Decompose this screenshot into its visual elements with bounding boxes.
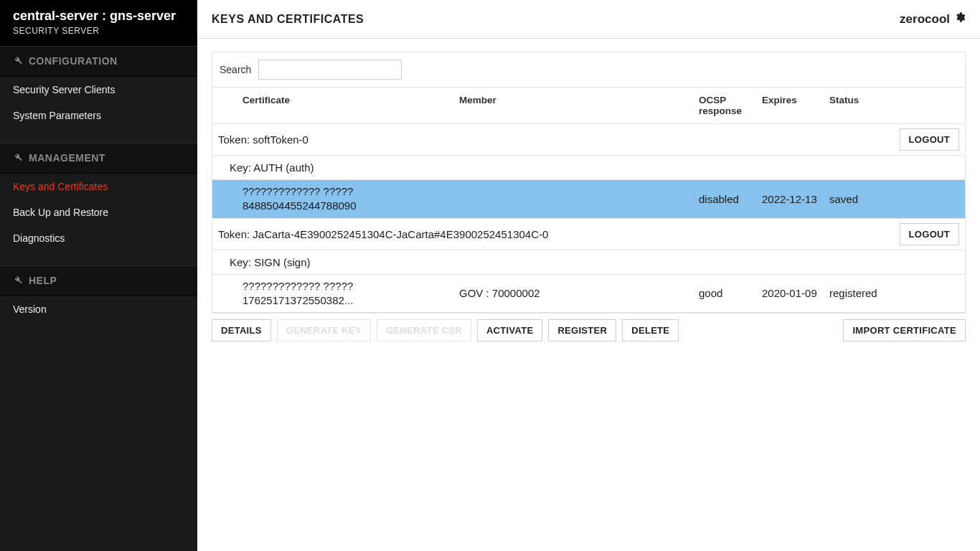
key-row[interactable]: Key: SIGN (sign) — [212, 250, 965, 275]
token-label: Token: softToken-0 — [218, 133, 900, 146]
sidebar-item-back-up-and-restore[interactable]: Back Up and Restore — [0, 199, 197, 225]
action-bar: DETAILS GENERATE KEY GENERATE CSR ACTIVA… — [212, 319, 966, 342]
username: zerocool — [900, 12, 950, 27]
user-menu[interactable]: zerocool — [900, 11, 966, 27]
search-input[interactable] — [258, 60, 402, 80]
search-bar: Search — [212, 52, 966, 88]
table-header: Certificate Member OCSP response Expires… — [212, 88, 965, 124]
register-button[interactable]: REGISTER — [548, 319, 616, 342]
cert-expires: 2022-12-13 — [762, 193, 829, 205]
gear-icon — [954, 11, 966, 27]
col-header-ocsp[interactable]: OCSP response — [699, 95, 762, 116]
keys-certificates-table: Certificate Member OCSP response Expires… — [212, 88, 966, 314]
search-label: Search — [220, 64, 251, 75]
logout-button[interactable]: LOGOUT — [900, 223, 959, 245]
cert-expires: 2020-01-09 — [762, 287, 829, 299]
cert-ocsp: good — [699, 287, 762, 299]
sidebar-section-help[interactable]: HELP — [0, 265, 197, 296]
topbar: KEYS AND CERTIFICATES zerocool — [197, 0, 980, 39]
sidebar-item-version[interactable]: Version — [0, 296, 197, 322]
certificate-row[interactable]: ????????????? ????? 8488504455244788090 … — [212, 180, 965, 219]
cert-status: registered — [829, 287, 915, 299]
content: Search Certificate Member OCSP response … — [197, 39, 980, 354]
sidebar: central-server : gns-server SECURITY SER… — [0, 0, 197, 551]
sidebar-item-security-server-clients[interactable]: Security Server Clients — [0, 77, 197, 103]
server-id: central-server : gns-server — [13, 9, 184, 24]
generate-key-button: GENERATE KEY — [277, 319, 371, 342]
sidebar-header: central-server : gns-server SECURITY SER… — [0, 0, 197, 46]
import-certificate-button[interactable]: IMPORT CERTIFICATE — [843, 319, 966, 342]
cert-status: saved — [829, 193, 915, 205]
certificate-row[interactable]: ????????????? ????? 17625171372550382...… — [212, 275, 965, 314]
main: KEYS AND CERTIFICATES zerocool Search Ce… — [197, 0, 980, 551]
page-title: KEYS AND CERTIFICATES — [212, 13, 364, 26]
sidebar-section-configuration[interactable]: CONFIGURATION — [0, 46, 197, 77]
generate-csr-button: GENERATE CSR — [377, 319, 471, 342]
sidebar-item-system-parameters[interactable]: System Parameters — [0, 103, 197, 128]
details-button[interactable]: DETAILS — [212, 319, 271, 342]
server-type: SECURITY SERVER — [13, 26, 184, 36]
wrench-icon — [13, 55, 23, 67]
sidebar-section-management[interactable]: MANAGEMENT — [0, 143, 197, 174]
cert-name: ????????????? ????? 17625171372550382... — [212, 279, 456, 309]
cert-ocsp: disabled — [699, 193, 762, 205]
col-header-certificate[interactable]: Certificate — [212, 95, 456, 116]
cert-member: GOV : 70000002 — [456, 287, 699, 299]
logout-button[interactable]: LOGOUT — [900, 128, 959, 151]
wrench-icon — [13, 275, 23, 287]
key-row[interactable]: Key: AUTH (auth) — [212, 156, 965, 180]
col-header-status[interactable]: Status — [829, 95, 915, 116]
sidebar-item-diagnostics[interactable]: Diagnostics — [0, 225, 197, 251]
token-row[interactable]: Token: JaCarta-4E3900252451304C-JaCarta#… — [212, 219, 965, 250]
wrench-icon — [13, 152, 23, 164]
cert-name: ????????????? ????? 8488504455244788090 — [212, 184, 456, 214]
col-header-member[interactable]: Member — [456, 95, 699, 116]
col-header-expires[interactable]: Expires — [762, 95, 829, 116]
token-label: Token: JaCarta-4E3900252451304C-JaCarta#… — [218, 228, 900, 240]
delete-button[interactable]: DELETE — [622, 319, 679, 342]
sidebar-item-keys-and-certificates[interactable]: Keys and Certificates — [0, 174, 197, 199]
activate-button[interactable]: ACTIVATE — [477, 319, 542, 342]
token-row[interactable]: Token: softToken-0 LOGOUT — [212, 124, 965, 156]
